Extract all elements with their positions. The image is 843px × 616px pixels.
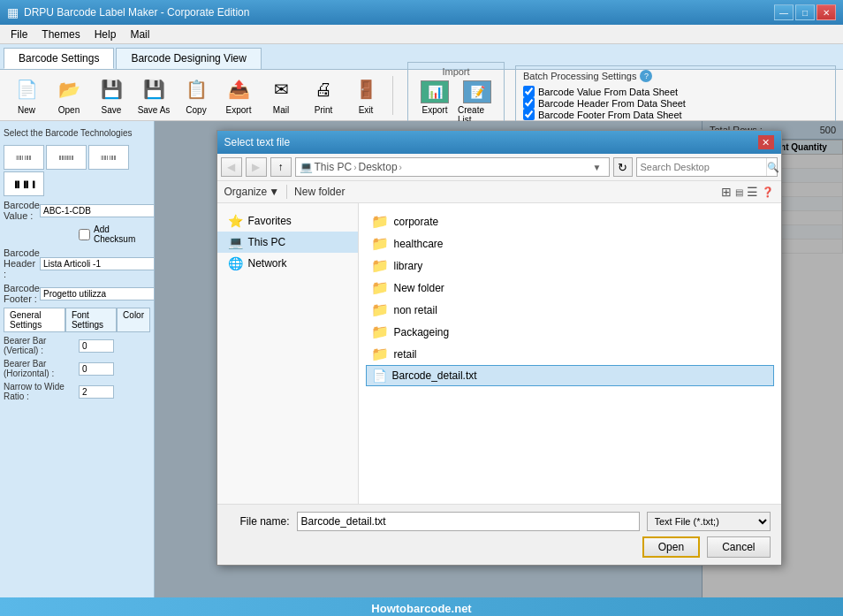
narrow-wide-input[interactable] [79,385,114,399]
export-icon: 📤 [224,75,253,103]
barcode-footer-input[interactable] [40,287,155,300]
title-bar: ▦ DRPU Barcode Label Maker - Corporate E… [0,0,843,25]
minimize-button[interactable]: — [774,4,794,20]
barcode-type-4[interactable]: ▐▌▐▌▐ [4,171,44,196]
list-view-button[interactable]: ▤ [735,187,743,197]
sidebar-item-this-pc[interactable]: 💻 This PC [217,232,358,253]
address-desktop[interactable]: Desktop [359,161,398,173]
folder-item-label: healthcare [394,238,444,250]
organize-button[interactable]: Organize ▼ [224,186,280,198]
cancel-button[interactable]: Cancel [707,536,770,558]
save-button[interactable]: 💾 Save [92,72,131,118]
folder-item-retail[interactable]: 📁retail [366,343,774,365]
tab-barcode-designing[interactable]: Barcode Designing View [116,48,262,69]
barcode-footer-checkbox[interactable] [523,109,535,120]
barcode-footer-row: Barcode Footer : [4,283,150,304]
folder-item-new-folder[interactable]: 📁New folder [366,277,774,299]
organize-separator [286,185,287,199]
barcode-header-input[interactable] [40,257,155,270]
dialog-overlay: Select text file ✕ ◀ ▶ ↑ 💻 This PC › Des… [155,121,843,597]
app-title: DRPU Barcode Label Maker - Corporate Edi… [24,6,249,19]
tab-general-settings[interactable]: General Settings [4,308,65,332]
bottom-bar: Howtobarcode.net [0,597,843,616]
address-dropdown[interactable]: ▼ [589,163,605,172]
save-as-icon: 💾 [140,75,168,103]
exit-button[interactable]: 🚪 Exit [346,72,385,118]
folder-item-label: Packageing [394,326,450,338]
dialog-close-button[interactable]: ✕ [758,135,774,149]
folder-item-barcode-detail[interactable]: 📄Barcode_detail.txt [366,365,774,386]
exit-icon: 🚪 [352,75,380,103]
grid-view-button[interactable]: ⊞ [721,185,732,199]
save-as-button[interactable]: 💾 Save As [134,72,173,118]
export-toolbar-button[interactable]: 📤 Export [219,72,258,118]
sidebar-item-network[interactable]: 🌐 Network [217,253,358,274]
this-pc-icon: 💻 [228,235,243,249]
barcode-header-checkbox[interactable] [523,97,535,109]
details-view-button[interactable]: ☰ [747,185,758,199]
folder-item-healthcare[interactable]: 📁healthcare [366,232,774,255]
tab-barcode-settings[interactable]: Barcode Settings [4,48,114,69]
refresh-button[interactable]: ↻ [613,157,633,177]
folder-icon: 📁 [371,301,389,318]
folder-item-corporate[interactable]: 📁corporate [366,210,774,232]
new-folder-button[interactable]: New folder [294,186,345,198]
folder-item-label: retail [394,348,417,361]
folder-item-packageing[interactable]: 📁Packageing [366,321,774,343]
sidebar-item-favorites[interactable]: ⭐ Favorites [217,210,358,232]
menu-themes[interactable]: Themes [34,27,87,42]
menu-mail[interactable]: Mail [123,27,156,42]
barcode-tech-title: Select the Barcode Technologies [4,125,150,141]
folder-icon: 📁 [371,235,389,252]
add-checksum-checkbox[interactable] [79,229,90,240]
create-list-button[interactable]: 📝 Create List [458,80,497,125]
up-button[interactable]: ↑ [270,157,292,177]
new-button[interactable]: 📄 New [7,72,46,118]
filename-input[interactable] [297,512,640,531]
barcode-type-1[interactable]: ||||| ||||| [4,145,44,170]
export-import-button[interactable]: 📊 Export [415,80,454,125]
search-input[interactable] [637,162,766,172]
filetype-select[interactable]: Text File (*.txt;) All Files (*.*) [647,512,771,531]
dialog-toolbar: ◀ ▶ ↑ 💻 This PC › Desktop › ▼ ↻ [217,154,781,181]
barcode-type-2[interactable]: ||||||||||| [46,145,87,170]
barcode-footer-label: Barcode Footer : [4,283,40,304]
bearer-v-input[interactable] [79,339,114,353]
menu-help[interactable]: Help [87,27,124,42]
open-button[interactable]: Open [642,536,700,558]
select-text-file-dialog: Select text file ✕ ◀ ▶ ↑ 💻 This PC › Des… [216,130,782,566]
mail-button[interactable]: ✉ Mail [262,72,300,118]
print-button[interactable]: 🖨 Print [304,72,343,118]
open-button[interactable]: 📂 Open [49,72,88,118]
tab-color[interactable]: Color [117,308,150,332]
maximize-button[interactable]: □ [795,4,815,20]
bearer-h-input[interactable] [79,362,114,376]
import-buttons: 📊 Export 📝 Create List [415,80,497,125]
tab-font-settings[interactable]: Font Settings [65,308,117,332]
folder-item-library[interactable]: 📁library [366,255,774,277]
close-button[interactable]: ✕ [816,4,836,20]
address-parts: 💻 This PC › Desktop › [300,161,402,173]
back-button[interactable]: ◀ [221,157,242,177]
new-icon: 📄 [12,75,41,103]
address-arrow-1: › [353,163,356,172]
create-list-icon: 📝 [463,80,491,103]
barcode-value-checkbox[interactable] [523,86,535,97]
folder-item-non-retail[interactable]: 📁non retail [366,299,774,321]
barcode-header-label: Barcode Header : [4,247,40,279]
open-icon: 📂 [55,75,83,103]
forward-button[interactable]: ▶ [246,157,267,177]
batch-processing-section: Batch Processing Settings ? Barcode Valu… [515,65,836,125]
view-help-button[interactable]: ❓ [762,186,774,198]
left-panel: Select the Barcode Technologies ||||| ||… [0,121,155,597]
search-icon-button[interactable]: 🔍 [766,158,779,176]
batch-help-icon[interactable]: ? [640,70,652,82]
right-panel: Total Rows : 500 Print Quantity torul DR… [155,121,843,597]
address-this-pc[interactable]: This PC [315,161,353,173]
menu-file[interactable]: File [4,27,34,42]
bearer-v-label: Bearer Bar (Vertical) : [4,336,79,355]
barcode-value-input[interactable] [40,204,155,217]
copy-button[interactable]: 📋 Copy [177,72,216,118]
organize-bar: Organize ▼ New folder ⊞ ▤ ☰ ❓ [217,181,781,203]
barcode-type-3[interactable]: ||||| ||||| [88,145,129,170]
